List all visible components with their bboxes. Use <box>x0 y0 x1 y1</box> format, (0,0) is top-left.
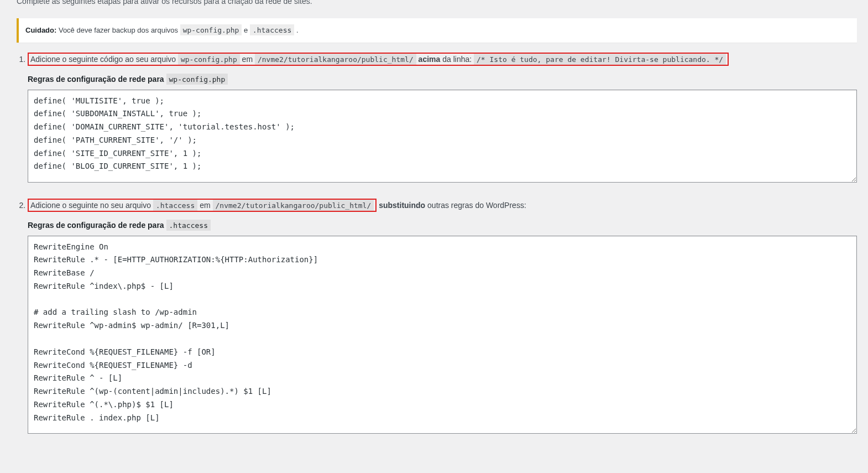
step2-file: .htaccess <box>153 200 197 211</box>
htaccess-code-textarea[interactable]: RewriteEngine On RewriteRule .* - [E=HTT… <box>28 236 857 434</box>
notice-and: e <box>242 26 249 34</box>
step1-path: /nvme2/tutorialkangaroo/public_html/ <box>255 54 416 65</box>
step1-rules-label: Regras de configuração de rede para wp-c… <box>28 74 857 85</box>
step1-comment: /* Isto é tudo, pare de editar! Divirta-… <box>474 54 726 65</box>
step2-path: /nvme2/tutorialkangaroo/public_html/ <box>213 200 374 211</box>
notice-file2: .htaccess <box>250 24 294 35</box>
step-1-instruction: Adicione o seguinte código ao seu arquiv… <box>28 53 729 66</box>
step2-after: substituindo outras regras do WordPress: <box>377 201 526 210</box>
step-2: Adicione o seguinte no seu arquivo .htac… <box>28 200 857 437</box>
steps-list: Adicione o seguinte código ao seu arquiv… <box>28 54 868 437</box>
step-2-instruction: Adicione o seguinte no seu arquivo .htac… <box>28 199 377 212</box>
step1-rules-label-text: Regras de configuração de rede para <box>28 75 166 84</box>
notice-file1: wp-config.php <box>180 24 242 35</box>
step1-bold: acima <box>419 55 441 64</box>
backup-warning-notice: Cuidado: Você deve fazer backup dos arqu… <box>17 18 857 43</box>
step-1: Adicione o seguinte código ao seu arquiv… <box>28 54 857 186</box>
step2-text-a: Adicione o seguinte no seu arquivo <box>30 201 153 210</box>
step2-text-b: em <box>197 201 212 210</box>
wpconfig-code-textarea[interactable]: define( 'MULTISITE', true ); define( 'SU… <box>28 90 857 183</box>
step1-rules-label-file: wp-config.php <box>166 74 228 85</box>
step1-file: wp-config.php <box>178 54 240 65</box>
step2-rules-label-text: Regras de configuração de rede para <box>28 221 166 230</box>
notice-period: . <box>294 26 298 34</box>
step2-rules-label-file: .htaccess <box>166 220 211 231</box>
intro-text: Complete as seguintes etapas para ativar… <box>0 0 868 15</box>
step1-text-a: Adicione o seguinte código ao seu arquiv… <box>30 55 178 64</box>
step1-text-d: da linha: <box>440 55 474 64</box>
notice-text-before: Você deve fazer backup dos arquivos <box>56 26 180 34</box>
step1-text-b: em <box>240 55 255 64</box>
step2-bold: substituindo <box>379 201 425 210</box>
notice-label: Cuidado: <box>25 26 56 34</box>
step2-after-text2: outras regras do WordPress: <box>425 201 526 210</box>
step2-rules-label: Regras de configuração de rede para .hta… <box>28 220 857 231</box>
